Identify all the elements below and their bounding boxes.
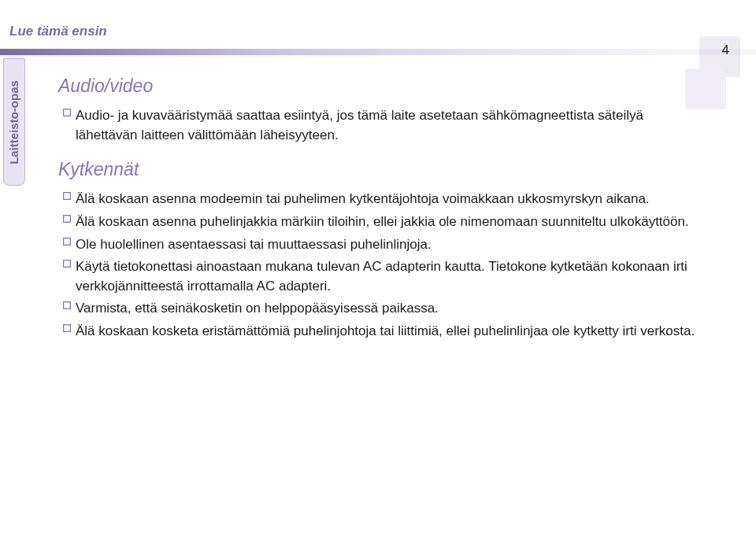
svg-rect-4 xyxy=(64,260,71,268)
section-heading-kytkennat: Kytkennät xyxy=(58,159,696,180)
svg-rect-6 xyxy=(64,325,71,332)
bullet-list-audio-video: Audio- ja kuvavääristymää saattaa esiint… xyxy=(58,106,696,145)
side-tab: Laitteisto-opas xyxy=(3,58,25,186)
list-item: Käytä tietokonettasi ainoastaan mukana t… xyxy=(58,257,696,296)
bullet-square-icon xyxy=(58,190,76,200)
list-item-text: Ole huolellinen asentaessasi tai muuttae… xyxy=(76,235,696,255)
list-item-text: Älä koskaan kosketa eristämättömiä puhel… xyxy=(76,322,696,342)
svg-rect-1 xyxy=(64,193,71,200)
list-item: Älä koskaan kosketa eristämättömiä puhel… xyxy=(58,322,696,342)
svg-rect-0 xyxy=(64,109,71,116)
list-item-text: Älä koskaan asenna puhelinjakkia märkiin… xyxy=(76,212,696,232)
list-item: Varmista, että seinäkosketin on helppopä… xyxy=(58,299,696,319)
list-item-text: Käytä tietokonettasi ainoastaan mukana t… xyxy=(76,257,696,296)
bullet-list-kytkennat: Älä koskaan asenna modeemin tai puhelime… xyxy=(58,190,696,341)
page-number-box xyxy=(696,33,742,79)
list-item: Älä koskaan asenna modeemin tai puhelime… xyxy=(58,190,696,209)
svg-rect-3 xyxy=(64,238,71,245)
bullet-square-icon xyxy=(58,299,76,309)
list-item: Ole huolellinen asentaessasi tai muuttae… xyxy=(58,235,696,255)
svg-rect-2 xyxy=(64,215,71,222)
list-item-text: Älä koskaan asenna modeemin tai puhelime… xyxy=(76,190,696,209)
bullet-square-icon xyxy=(58,257,76,268)
section-heading-audio-video: Audio/video xyxy=(58,76,696,97)
list-item: Älä koskaan asenna puhelinjakkia märkiin… xyxy=(58,212,696,232)
list-item-text: Varmista, että seinäkosketin on helppopä… xyxy=(76,299,696,319)
bullet-square-icon xyxy=(58,212,76,223)
page-number: 4 xyxy=(722,42,729,58)
svg-rect-5 xyxy=(64,302,71,309)
header-band-shadow xyxy=(0,54,756,57)
bullet-square-icon xyxy=(58,235,76,246)
header-title: Lue tämä ensin xyxy=(9,24,107,39)
list-item: Audio- ja kuvavääristymää saattaa esiint… xyxy=(58,106,696,145)
bullet-square-icon xyxy=(58,106,76,116)
document-page: Lue tämä ensin Laitteisto-opas 4 Audio/v… xyxy=(0,0,756,543)
side-tab-label: Laitteisto-opas xyxy=(7,68,20,178)
list-item-text: Audio- ja kuvavääristymää saattaa esiint… xyxy=(76,106,696,145)
bullet-square-icon xyxy=(58,322,76,332)
content-area: Audio/video Audio- ja kuvavääristymää sa… xyxy=(58,68,696,356)
